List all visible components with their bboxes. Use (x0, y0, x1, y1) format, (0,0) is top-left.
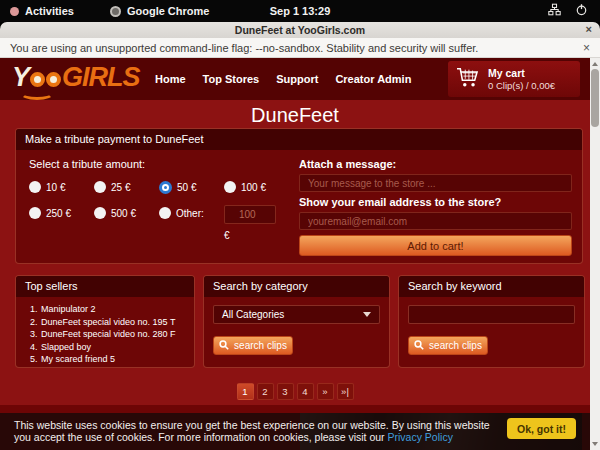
amount-option-10[interactable]: 10 € (29, 179, 94, 195)
keyword-input[interactable] (408, 305, 575, 324)
logo-text-girls: GIRLS (62, 62, 140, 93)
search-keyword-panel: Search by keyword search clips (398, 275, 585, 368)
chrome-app-menu[interactable]: Google Chrome (110, 5, 210, 17)
search-clips-button[interactable]: search clips (213, 336, 293, 355)
scrollbar-up-arrow[interactable] (592, 62, 598, 66)
amount-option-500[interactable]: 500 € (94, 205, 159, 221)
scrollbar-thumb[interactable] (591, 69, 599, 127)
pagination-button-4[interactable]: 4 (297, 383, 314, 400)
category-select[interactable]: All Categories (213, 305, 380, 324)
activities-label: Activities (25, 5, 74, 17)
privacy-policy-link[interactable]: Privacy Policy (388, 431, 453, 443)
power-icon[interactable] (575, 2, 588, 20)
cart-icon (456, 66, 480, 92)
search-icon (219, 340, 229, 352)
amount-option-other[interactable]: Other: (159, 205, 224, 221)
other-amount-input[interactable] (224, 205, 276, 224)
search-keyword-header: Search by keyword (399, 276, 584, 297)
amount-option-250[interactable]: 250 € (29, 205, 94, 221)
search-category-header: Search by category (204, 276, 389, 297)
top-sellers-list: Manipulator 2 DuneFeet special video no.… (40, 303, 194, 366)
top-seller-item[interactable]: Manipulator 2 (40, 303, 194, 316)
chevron-down-icon (363, 312, 371, 317)
email-input[interactable] (299, 212, 572, 230)
tribute-panel-header: Make a tribute payment to DuneFeet (16, 129, 582, 150)
radio-icon (29, 207, 41, 219)
top-seller-item[interactable]: DuneFeet special video no. 280 F (40, 328, 194, 341)
page-body: DuneFeet Make a tribute payment to DuneF… (0, 100, 590, 450)
amount-label: Select a tribute amount: (29, 158, 291, 170)
page-title: DuneFeet (0, 104, 590, 127)
cookie-text: This website uses cookies to ensure you … (0, 420, 495, 443)
cart-button[interactable]: My cart 0 Clip(s) / 0,00€ (448, 61, 580, 97)
warning-bar: You are using an unsupported command-lin… (0, 38, 600, 58)
scrollbar-down-arrow[interactable] (592, 442, 598, 446)
logo-smile-icon (20, 87, 54, 100)
pagination-button-2[interactable]: 2 (257, 383, 274, 400)
currency-label: € (224, 230, 289, 241)
warning-close-icon[interactable]: × (583, 41, 600, 55)
nav-home[interactable]: Home (155, 73, 186, 85)
radio-icon (29, 181, 41, 193)
chrome-app-label: Google Chrome (127, 5, 210, 17)
window-close-button[interactable]: × (586, 23, 592, 35)
add-to-cart-button[interactable]: Add to cart! (299, 235, 572, 256)
radio-checked-icon (159, 181, 172, 194)
top-seller-item[interactable]: DuneFeet special video no. 195 T (40, 316, 194, 329)
pagination: 1 2 3 4 » »| (0, 383, 590, 400)
pagination-button-3[interactable]: 3 (277, 383, 294, 400)
amount-option-25[interactable]: 25 € (94, 179, 159, 195)
top-seller-item[interactable]: My scared friend 5 (40, 353, 194, 366)
search-icon (414, 340, 424, 352)
pagination-last-button[interactable]: »| (337, 383, 354, 400)
top-sellers-panel: Top sellers Manipulator 2 DuneFeet speci… (15, 275, 195, 368)
search-clips-button[interactable]: search clips (408, 336, 488, 355)
message-input[interactable] (299, 174, 572, 192)
desktop: Activities Google Chrome Sep 1 13:29 Dun… (0, 0, 600, 450)
cart-summary: 0 Clip(s) / 0,00€ (488, 80, 555, 91)
logo[interactable]: Y GIRLS (12, 62, 162, 96)
category-select-value: All Categories (222, 309, 363, 320)
search-category-panel: Search by category All Categories search… (203, 275, 390, 368)
radio-icon (224, 181, 236, 193)
amount-option-100[interactable]: 100 € (224, 179, 289, 195)
scrollbar[interactable] (590, 58, 600, 450)
logo-o-icon (46, 72, 61, 87)
browser-viewport: Y GIRLS Home Top Stores Support Creator … (0, 58, 600, 450)
nav-support[interactable]: Support (276, 73, 318, 85)
activities-button[interactable]: Activities (10, 5, 74, 17)
logo-o-icon (30, 72, 45, 87)
message-label: Attach a message: (299, 158, 572, 170)
radio-icon (94, 207, 106, 219)
window-title-bar: DuneFeet at YooGirls.com × (0, 22, 600, 38)
amount-options: 10 € 25 € 50 € (29, 179, 291, 241)
email-label: Show your email address to the store? (299, 196, 572, 208)
main-nav: Home Top Stores Support Creator Admin (155, 58, 411, 100)
chrome-app-icon (110, 6, 121, 17)
radio-icon (159, 207, 171, 219)
cart-label: My cart (488, 67, 555, 79)
gnome-top-bar: Activities Google Chrome Sep 1 13:29 (0, 0, 600, 22)
amount-option-50-selected[interactable]: 50 € (159, 179, 224, 195)
activities-indicator-icon (10, 7, 19, 16)
warning-text: You are using an unsupported command-lin… (0, 42, 478, 54)
window-title: DuneFeet at YooGirls.com (235, 24, 365, 36)
radio-icon (94, 181, 106, 193)
nav-creator-admin[interactable]: Creator Admin (335, 73, 411, 85)
top-seller-item[interactable]: Slapped boy (40, 341, 194, 354)
site-header: Y GIRLS Home Top Stores Support Creator … (0, 58, 590, 100)
pagination-next-button[interactable]: » (317, 383, 334, 400)
cookie-banner: This website uses cookies to ensure you … (0, 413, 590, 450)
top-sellers-header: Top sellers (16, 276, 194, 297)
cookie-accept-button[interactable]: Ok, got it! (507, 418, 576, 439)
tribute-panel: Make a tribute payment to DuneFeet Selec… (15, 128, 583, 264)
network-icon[interactable] (548, 2, 561, 20)
nav-top-stores[interactable]: Top Stores (203, 73, 260, 85)
pagination-button-1[interactable]: 1 (237, 383, 254, 400)
